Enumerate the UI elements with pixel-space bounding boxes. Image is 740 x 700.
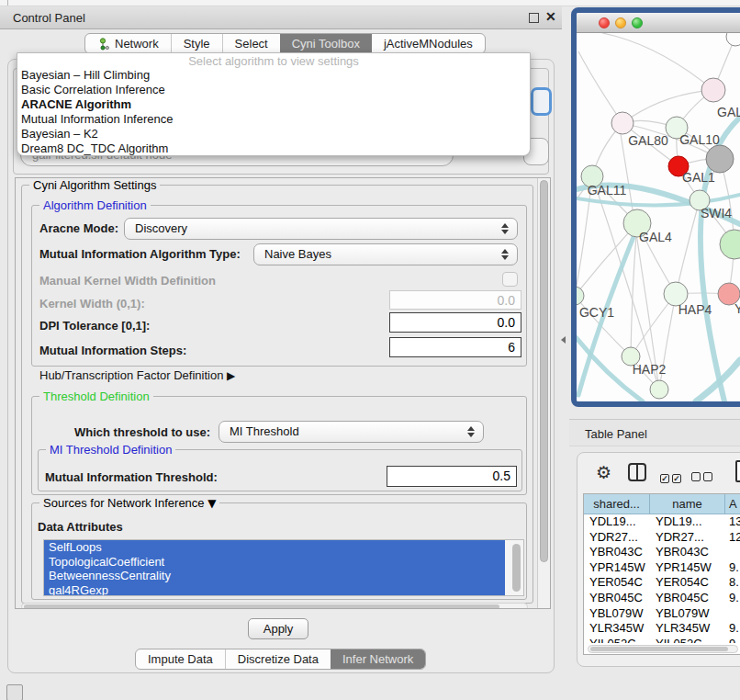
- export-table-icon[interactable]: [735, 460, 740, 482]
- column-header[interactable]: name: [650, 494, 725, 514]
- data-attributes-list[interactable]: SelfLoopsTopologicalCoefficientBetweenne…: [43, 539, 524, 596]
- network-edge[interactable]: [622, 90, 713, 123]
- gear-icon[interactable]: ⚙: [596, 462, 611, 482]
- select-all-columns-icon[interactable]: ✓✓: [660, 469, 684, 485]
- table-cell: YBL079W: [650, 606, 725, 622]
- collapsed-panel-button[interactable]: [6, 684, 23, 700]
- columns-icon[interactable]: [628, 463, 646, 481]
- network-node[interactable]: [650, 380, 668, 399]
- settings-horizontal-scrollbar[interactable]: [21, 603, 528, 609]
- network-graph: GALGAL80GAL10GAL1GAL11SWI4GAL4GCY1HAP4YH…: [577, 33, 740, 401]
- table-row[interactable]: YBR045CYBR045C9.: [584, 591, 740, 606]
- table-cell: YIL052C: [650, 637, 725, 643]
- table-cell: YIL052C: [584, 637, 650, 643]
- scrollbar-thumb[interactable]: [540, 180, 548, 562]
- app-toolbar-edge: [0, 0, 740, 6]
- network-node[interactable]: [726, 33, 740, 46]
- attribute-item[interactable]: BetweennessCentrality: [44, 569, 505, 583]
- table-cell: YDR27...: [650, 530, 725, 546]
- tab-label: Cyni Toolbox: [292, 37, 360, 51]
- attribute-item[interactable]: gal4RGexp: [44, 583, 505, 597]
- control-panel-titlebar: Control Panel ✕: [0, 6, 562, 29]
- float-window-icon[interactable]: [529, 13, 539, 23]
- network-node[interactable]: [611, 112, 633, 134]
- table-cell: YDR27...: [584, 530, 650, 546]
- zoom-traffic-light-icon[interactable]: [632, 17, 643, 28]
- table-cell: YBR045C: [584, 591, 650, 606]
- list-scrollbar-thumb[interactable]: [512, 544, 521, 592]
- network-edge[interactable]: [602, 33, 713, 90]
- network-node[interactable]: [577, 287, 584, 305]
- algorithm-combo-arrow-button[interactable]: [531, 87, 552, 116]
- table-row[interactable]: YIL052CYIL052C9.: [584, 637, 740, 643]
- network-edge[interactable]: [676, 200, 700, 294]
- manual-kernel-checkbox[interactable]: [502, 272, 518, 287]
- table-row[interactable]: YPR145WYPR145W9.: [584, 560, 740, 576]
- algorithm-option[interactable]: Mutual Information Inference: [17, 112, 530, 127]
- network-node[interactable]: [701, 78, 725, 102]
- table-cell: YPR145W: [584, 560, 650, 576]
- table-panel-container: ⚙ ✓✓ shared...nameA YDL19...YDL19...13YD…: [577, 452, 740, 667]
- table-row[interactable]: YBR043CYBR043C: [584, 545, 740, 560]
- tab-jactivemnodules[interactable]: jActiveMNodules: [372, 34, 485, 53]
- algorithm-option[interactable]: Dream8 DC_TDC Algorithm: [17, 141, 530, 156]
- dpi-tolerance-field[interactable]: 0.0: [389, 312, 521, 333]
- table-panel-titlebar: Table Panel: [569, 419, 740, 446]
- table-cell: YLR345W: [650, 621, 725, 637]
- tab-network[interactable]: Network: [85, 34, 171, 53]
- algorithm-option[interactable]: Bayesian – K2: [17, 127, 530, 141]
- tab-infer-network[interactable]: Infer Network: [331, 649, 425, 669]
- node-label: HAP2: [633, 362, 667, 377]
- column-header[interactable]: shared...: [584, 494, 650, 514]
- table-horizontal-scrollbar[interactable]: [588, 645, 738, 653]
- apply-button[interactable]: Apply: [248, 618, 308, 639]
- algorithm-option[interactable]: Basic Correlation Inference: [17, 83, 530, 97]
- tab-select[interactable]: Select: [222, 34, 280, 53]
- table-row[interactable]: YDL19...YDL19...13: [584, 514, 740, 530]
- tab-impute-data[interactable]: Impute Data: [136, 649, 225, 669]
- table-row[interactable]: YBL079WYBL079W: [584, 606, 740, 622]
- node-label: GAL11: [588, 183, 627, 198]
- minimize-traffic-light-icon[interactable]: [615, 17, 626, 28]
- tab-style[interactable]: Style: [171, 34, 222, 53]
- kernel-width-field[interactable]: 0.0: [389, 290, 521, 310]
- tab-label: jActiveMNodules: [384, 37, 473, 51]
- which-threshold-combo[interactable]: MI Threshold: [219, 421, 484, 443]
- attribute-item[interactable]: TopologicalCoefficient: [44, 555, 505, 570]
- table-row[interactable]: YLR345WYLR345W9.: [584, 621, 740, 637]
- tab-label: Style: [184, 37, 210, 51]
- table-cell: YBR045C: [650, 591, 725, 606]
- node-label: GAL10: [679, 132, 720, 147]
- attribute-item[interactable]: SelfLoops: [44, 540, 505, 555]
- mi-steps-field[interactable]: 6: [389, 337, 521, 357]
- close-icon[interactable]: ✕: [545, 9, 556, 24]
- hub-tf-definition-toggle[interactable]: Hub/Transcription Factor Definition ▶: [39, 368, 235, 382]
- deselect-all-columns-icon[interactable]: [691, 469, 715, 485]
- network-node[interactable]: [720, 230, 740, 259]
- expanded-arrow-icon[interactable]: ▼: [207, 497, 216, 510]
- network-node[interactable]: [706, 145, 734, 173]
- close-traffic-light-icon[interactable]: [599, 17, 610, 28]
- mi-algorithm-type-combo[interactable]: Naive Bayes: [253, 243, 518, 265]
- algorithm-option[interactable]: Bayesian – Hill Climbing: [17, 68, 530, 83]
- splitpane-collapse-icon[interactable]: [561, 336, 566, 344]
- tab-cyni-toolbox[interactable]: Cyni Toolbox: [280, 34, 372, 53]
- table-cell: 9.: [725, 621, 740, 637]
- column-header[interactable]: A: [725, 494, 740, 514]
- control-panel-tabbar: NetworkStyleSelectCyni ToolboxjActiveMNo…: [84, 33, 486, 54]
- network-edge[interactable]: [578, 51, 622, 123]
- table-row[interactable]: YER054CYER054C8.: [584, 575, 740, 591]
- sources-title: Sources for Network Inference: [43, 496, 205, 510]
- group-title: MI Threshold Definition: [46, 443, 175, 457]
- algorithm-option[interactable]: ARACNE Algorithm: [17, 97, 530, 112]
- mi-threshold-field[interactable]: 0.5: [387, 466, 517, 487]
- aracne-mode-combo[interactable]: Discovery: [124, 218, 518, 240]
- table-cell: 9.: [725, 591, 740, 606]
- settings-vertical-scrollbar[interactable]: [537, 178, 550, 608]
- scrollbar-thumb[interactable]: [24, 604, 499, 609]
- tab-discretize-data[interactable]: Discretize Data: [225, 649, 331, 669]
- network-window-titlebar[interactable]: [577, 13, 740, 33]
- table-row[interactable]: YDR27...YDR27...12: [584, 530, 740, 546]
- network-canvas[interactable]: GALGAL80GAL10GAL1GAL11SWI4GAL4GCY1HAP4YH…: [577, 33, 740, 401]
- scrollbar-thumb[interactable]: [590, 647, 728, 651]
